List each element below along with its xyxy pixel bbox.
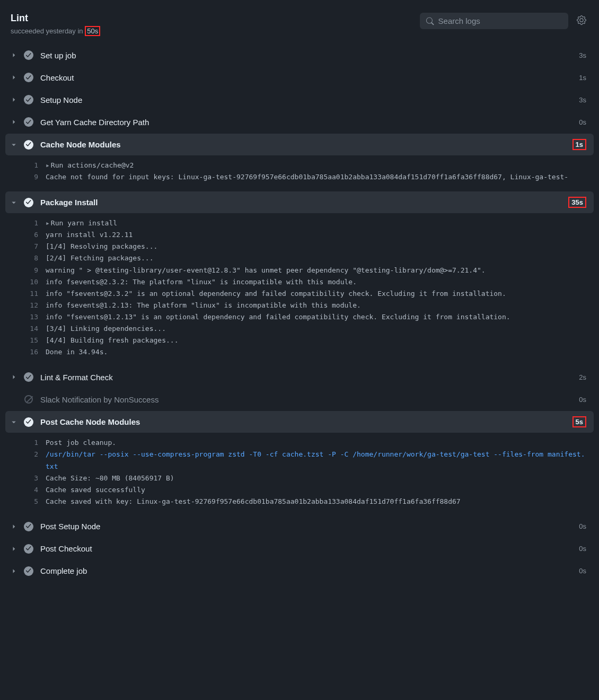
line-text: [2/4] Fetching packages... (46, 252, 154, 264)
step-header[interactable]: Post Setup Node0s (5, 516, 594, 537)
log-line: 6yarn install v1.22.11 (5, 229, 594, 241)
step-name: Get Yarn Cache Directory Path (40, 118, 572, 127)
step-duration: 0s (579, 545, 586, 553)
job-title: Lint (11, 13, 100, 24)
step-duration: 35s (568, 197, 586, 208)
line-number: 12 (25, 300, 38, 311)
chevron-icon (11, 546, 17, 552)
log-line: 1▸Run yarn install (5, 217, 594, 229)
log-line: 11info "fsevents@2.3.2" is an optional d… (5, 288, 594, 300)
log-line: 2/usr/bin/tar --posix --use-compress-pro… (5, 449, 594, 472)
step-name: Set up job (40, 51, 572, 60)
step-row: Post Cache Node Modules5s (5, 411, 594, 433)
step-header[interactable]: Slack Notification by NonSuccess0s (5, 389, 594, 410)
step-header[interactable]: Set up job3s (5, 45, 594, 66)
step-name: Complete job (40, 566, 572, 575)
step-header[interactable]: Post Checkout0s (5, 538, 594, 559)
step-header[interactable]: Complete job0s (5, 561, 594, 582)
log-line: 4Cache saved successfully (5, 484, 594, 496)
search-logs[interactable] (420, 13, 568, 29)
step-header[interactable]: Lint & Format Check2s (5, 366, 594, 388)
step-row: Post Checkout0s (5, 538, 594, 559)
line-text: ▸Run actions/cache@v2 (46, 160, 134, 171)
log-line: 12info fsevents@1.2.13: The platform "li… (5, 300, 594, 311)
step-duration: 5s (572, 416, 586, 427)
step-header[interactable]: Checkout1s (5, 67, 594, 88)
log-line: 1Post job cleanup. (5, 437, 594, 449)
line-number: 9 (25, 171, 38, 183)
line-number: 1 (25, 437, 38, 449)
log-line: 9Cache not found for input keys: Linux-g… (5, 171, 594, 183)
chevron-icon (11, 142, 17, 148)
search-input[interactable] (438, 16, 562, 25)
line-number: 6 (25, 229, 38, 241)
line-text: info fsevents@2.3.2: The platform "linux… (46, 276, 357, 288)
line-text: info "fsevents@2.3.2" is an optional dep… (46, 288, 506, 300)
step-row: Lint & Format Check2s (5, 366, 594, 388)
step-header[interactable]: Post Cache Node Modules5s (5, 411, 594, 433)
chevron-icon (11, 52, 17, 58)
line-number: 1 (25, 160, 38, 171)
log-line: 14[3/4] Linking dependencies... (5, 323, 594, 335)
step-duration: 0s (579, 522, 586, 530)
step-header[interactable]: Cache Node Modules1s (5, 134, 594, 155)
step-duration: 1s (572, 139, 586, 150)
log-header: Lint succeeded yesterday in 50s (0, 0, 599, 45)
line-text: [3/4] Linking dependencies... (46, 323, 166, 335)
step-name: Cache Node Modules (40, 140, 566, 149)
log-line: 16Done in 34.94s. (5, 346, 594, 358)
check-icon (23, 521, 34, 532)
line-text: Cache saved successfully (46, 484, 145, 496)
check-icon (23, 50, 34, 60)
log-line: 9warning " > @testing-library/user-event… (5, 265, 594, 276)
chevron-icon (11, 523, 17, 530)
line-number: 10 (25, 276, 38, 288)
search-icon (426, 17, 434, 25)
log-block: 1▸Run actions/cache@v29Cache not found f… (5, 156, 594, 191)
step-row: Slack Notification by NonSuccess0s (5, 389, 594, 410)
log-line: 3Cache Size: ~80 MB (84056917 B) (5, 472, 594, 484)
log-line: 10info fsevents@2.3.2: The platform "lin… (5, 276, 594, 288)
line-number: 11 (25, 288, 38, 300)
chevron-icon (11, 419, 17, 425)
line-text: yarn install v1.22.11 (46, 229, 133, 241)
log-line: 7[1/4] Resolving packages... (5, 241, 594, 252)
line-number: 2 (25, 449, 38, 472)
line-number: 4 (25, 484, 38, 496)
line-number: 15 (25, 335, 38, 346)
step-row: Cache Node Modules1s (5, 134, 594, 155)
step-duration: 0s (579, 567, 586, 575)
line-text: [4/4] Building fresh packages... (46, 335, 178, 346)
step-name: Post Setup Node (40, 522, 572, 531)
steps-list: Set up job3sCheckout1sSetup Node3sGet Ya… (0, 45, 599, 604)
step-row: Setup Node3s (5, 89, 594, 110)
line-text: /usr/bin/tar --posix --use-compress-prog… (46, 449, 586, 472)
line-number: 3 (25, 472, 38, 484)
step-name: Setup Node (40, 95, 572, 104)
skip-icon (23, 394, 34, 405)
step-header[interactable]: Get Yarn Cache Directory Path0s (5, 111, 594, 133)
line-number: 13 (25, 311, 38, 323)
step-header[interactable]: Setup Node3s (5, 89, 594, 110)
line-text: info fsevents@1.2.13: The platform "linu… (46, 300, 361, 311)
step-row: Set up job3s (5, 45, 594, 66)
log-block: 1▸Run yarn install6yarn install v1.22.11… (5, 214, 594, 366)
line-text: warning " > @testing-library/user-event@… (46, 265, 486, 276)
step-row: Get Yarn Cache Directory Path0s (5, 111, 594, 133)
step-name: Lint & Format Check (40, 373, 572, 382)
status-duration: 50s (85, 26, 100, 36)
line-number: 1 (25, 217, 38, 229)
step-row: Package Install35s (5, 191, 594, 213)
step-row: Complete job0s (5, 561, 594, 582)
step-header[interactable]: Package Install35s (5, 191, 594, 213)
step-row: Checkout1s (5, 67, 594, 88)
chevron-icon (11, 119, 17, 125)
line-number: 16 (25, 346, 38, 358)
line-number: 9 (25, 265, 38, 276)
settings-button[interactable] (575, 13, 588, 29)
log-line: 13info "fsevents@1.2.13" is an optional … (5, 311, 594, 323)
line-text: Post job cleanup. (46, 437, 116, 449)
check-icon (23, 417, 34, 427)
step-name: Post Cache Node Modules (40, 417, 566, 426)
line-text: Cache saved with key: Linux-ga-test-9276… (46, 496, 461, 508)
